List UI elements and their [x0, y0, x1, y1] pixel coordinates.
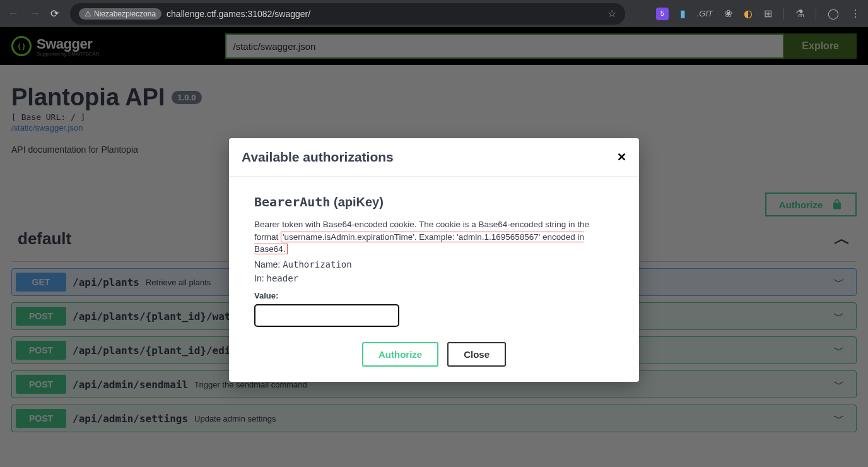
in-field: In: header [254, 273, 614, 283]
address-bar[interactable]: ⚠ Niezabezpieczona challenge.ctf.games:3… [70, 3, 625, 25]
divider [816, 8, 816, 20]
modal-header: Available authorizations ✕ [229, 138, 639, 177]
close-icon[interactable]: ✕ [617, 150, 626, 164]
bookmark-star-icon[interactable]: ☆ [607, 8, 616, 20]
extension-icon-4[interactable]: ◐ [744, 8, 753, 20]
back-button[interactable]: ← [8, 7, 19, 20]
in-value: header [266, 273, 298, 283]
forward-button[interactable]: → [29, 7, 40, 20]
value-label: Value: [254, 291, 614, 300]
auth-description: Bearer token with Base64-encoded cookie.… [254, 218, 614, 256]
modal-actions: Authorize Close [254, 342, 614, 367]
extension-badge[interactable]: 5 [656, 8, 669, 20]
extension-icon-3[interactable]: ❀ [724, 8, 732, 20]
nav-buttons: ← → ⟳ [8, 7, 59, 20]
in-label: In: [254, 273, 264, 283]
insecure-label: Niezabezpieczona [94, 9, 156, 18]
scheme-name: BearerAuth [254, 194, 330, 210]
extension-icon-2[interactable]: .GIT [697, 9, 713, 18]
desc-highlighted: 'username.isAdmin.expirationTime'. Examp… [254, 232, 584, 255]
toolbar-icons: 5 ▮ .GIT ❀ ◐ ⊞ ⚗ ◯ ⋮ [656, 8, 860, 20]
auth-scheme-title: BearerAuth (apiKey) [254, 194, 614, 210]
url-text: challenge.ctf.games:31082/swagger/ [167, 9, 310, 19]
labs-icon[interactable]: ⚗ [795, 8, 804, 20]
profile-icon[interactable]: ◯ [828, 8, 839, 20]
menu-icon[interactable]: ⋮ [850, 8, 860, 20]
name-value: Authorization [283, 259, 352, 269]
name-label: Name: [254, 259, 280, 269]
name-field: Name: Authorization [254, 259, 614, 269]
authorization-modal: Available authorizations ✕ BearerAuth (a… [229, 138, 639, 382]
modal-body: BearerAuth (apiKey) Bearer token with Ba… [229, 177, 639, 382]
scheme-type: (apiKey) [334, 195, 384, 209]
extension-count: 5 [660, 10, 664, 17]
reload-button[interactable]: ⟳ [50, 8, 59, 20]
warning-icon: ⚠ [85, 9, 91, 18]
divider [783, 8, 784, 20]
browser-toolbar: ← → ⟳ ⚠ Niezabezpieczona challenge.ctf.g… [0, 0, 868, 27]
insecure-badge[interactable]: ⚠ Niezabezpieczona [79, 8, 161, 20]
extension-icon-1[interactable]: ▮ [680, 8, 686, 20]
extensions-icon[interactable]: ⊞ [764, 8, 772, 20]
modal-authorize-button[interactable]: Authorize [362, 342, 438, 367]
modal-title: Available authorizations [242, 150, 394, 165]
value-input[interactable] [254, 304, 399, 327]
modal-close-button[interactable]: Close [447, 342, 506, 367]
